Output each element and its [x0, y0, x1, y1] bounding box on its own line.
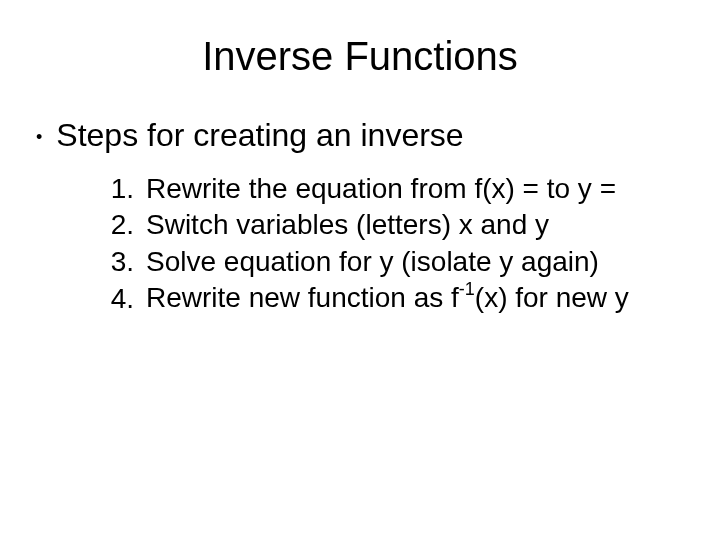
step-text: Rewrite the equation from f(x) = to y =	[146, 171, 616, 207]
step-text-post: (x) for new y	[475, 283, 629, 314]
page-title: Inverse Functions	[30, 34, 690, 79]
superscript: -1	[459, 279, 475, 299]
list-item: 1. Rewrite the equation from f(x) = to y…	[100, 171, 690, 207]
bullet-icon: •	[36, 117, 42, 157]
step-text-pre: Rewrite new function as f	[146, 283, 459, 314]
step-number: 1.	[100, 171, 134, 207]
list-item: 3. Solve equation for y (isolate y again…	[100, 244, 690, 280]
steps-list: 1. Rewrite the equation from f(x) = to y…	[100, 171, 690, 317]
slide: Inverse Functions • Steps for creating a…	[0, 0, 720, 540]
list-item: 2. Switch variables (letters) x and y	[100, 207, 690, 243]
step-number: 4.	[100, 281, 134, 317]
step-number: 3.	[100, 244, 134, 280]
step-text: Switch variables (letters) x and y	[146, 207, 549, 243]
step-text: Rewrite new function as f-1(x) for new y	[146, 280, 629, 317]
step-text: Solve equation for y (isolate y again)	[146, 244, 599, 280]
list-item: 4. Rewrite new function as f-1(x) for ne…	[100, 280, 690, 317]
step-number: 2.	[100, 207, 134, 243]
main-bullet-row: • Steps for creating an inverse	[36, 117, 690, 157]
main-bullet-text: Steps for creating an inverse	[56, 117, 463, 154]
